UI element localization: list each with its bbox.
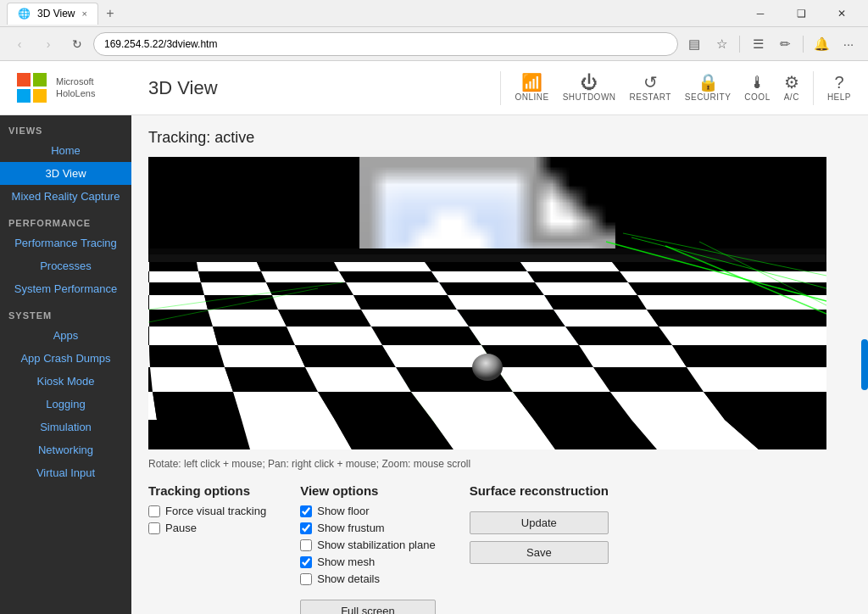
back-btn[interactable]: ‹ (7, 31, 32, 57)
svg-marker-29 (149, 345, 225, 367)
sidebar-item-virtual-input[interactable]: Virtual Input (0, 461, 131, 484)
sidebar-item-home[interactable]: Home (0, 139, 131, 162)
system-section-label: SYSTEM (0, 300, 131, 324)
svg-marker-56 (353, 295, 457, 310)
browser-titlebar: 🌐 3D View × + ─ ❑ ✕ (0, 0, 868, 27)
show-floor-input[interactable] (300, 505, 312, 517)
svg-marker-60 (148, 282, 149, 295)
show-floor-label: Show floor (317, 505, 369, 517)
show-frustum-input[interactable] (300, 522, 312, 534)
svg-marker-71 (261, 271, 346, 282)
pause-input[interactable] (148, 522, 160, 534)
svg-marker-14 (233, 392, 335, 420)
favorites-btn[interactable]: ☆ (709, 31, 734, 57)
svg-marker-44 (148, 310, 149, 327)
show-mesh-input[interactable] (300, 556, 312, 568)
tab-close-btn[interactable]: × (81, 8, 86, 19)
show-stab-plane-checkbox[interactable]: Show stabilization plane (300, 539, 435, 551)
scroll-indicator[interactable] (861, 339, 868, 390)
sidebar-item-kiosk[interactable]: Kiosk Mode (0, 370, 131, 393)
sidebar-item-system-perf[interactable]: System Performance (0, 277, 131, 300)
nav-icon-aic[interactable]: ⚙ A/C (784, 74, 799, 102)
show-details-checkbox[interactable]: Show details (300, 572, 435, 585)
minimize-btn[interactable]: ─ (741, 0, 780, 27)
save-btn[interactable]: Save (470, 541, 609, 564)
shutdown-icon: ⏻ (581, 74, 598, 91)
sphere (472, 354, 503, 381)
more-btn[interactable]: ··· (836, 31, 861, 57)
svg-marker-78 (197, 262, 261, 271)
svg-marker-73 (431, 271, 535, 282)
new-tab-btn[interactable]: + (98, 3, 122, 25)
sidebar-item-apps[interactable]: Apps (0, 324, 131, 347)
nav-icon-restart[interactable]: ↺ RESTART (630, 74, 671, 102)
show-stab-plane-input[interactable] (300, 539, 312, 551)
nav-icon-security[interactable]: 🔒 SECURITY (685, 74, 732, 102)
more-icon: ··· (843, 36, 854, 51)
show-details-input[interactable] (300, 573, 312, 585)
svg-marker-80 (334, 262, 431, 271)
toolbar-sep (739, 36, 740, 53)
views-section-label: VIEWS (0, 115, 131, 139)
svg-marker-42 (565, 327, 672, 345)
force-visual-input[interactable] (148, 505, 160, 517)
svg-marker-55 (272, 295, 361, 310)
show-mesh-checkbox[interactable]: Show mesh (300, 555, 435, 568)
show-floor-checkbox[interactable]: Show floor (300, 505, 435, 517)
svg-marker-76 (148, 262, 149, 271)
force-visual-checkbox[interactable]: Force visual tracking (148, 505, 266, 517)
sidebar-item-logging[interactable]: Logging (0, 393, 131, 416)
sidebar-item-crash-dumps[interactable]: App Crash Dumps (0, 347, 131, 370)
tracking-options-col: Tracking options Force visual tracking P… (148, 483, 266, 539)
3d-scene (148, 157, 826, 449)
svg-marker-66 (535, 282, 637, 295)
refresh-btn[interactable]: ↻ (64, 31, 90, 57)
svg-marker-40 (371, 327, 481, 345)
hub-btn[interactable]: ☰ (745, 31, 771, 57)
svg-marker-69 (149, 271, 201, 282)
notifications-btn[interactable]: 🔔 (809, 31, 834, 57)
restart-icon: ↺ (643, 74, 658, 91)
tab-title: 3D View (37, 8, 75, 20)
logo-red (17, 73, 31, 87)
svg-marker-23 (305, 367, 411, 392)
browser-toolbar: ‹ › ↻ ▤ ☆ ☰ ✏ 🔔 ··· (0, 27, 868, 61)
reading-view-btn[interactable]: ▤ (682, 31, 707, 57)
sidebar-item-perf-tracing[interactable]: Performance Tracing (0, 232, 131, 254)
pause-checkbox[interactable]: Pause (148, 522, 266, 534)
restore-btn[interactable]: ❑ (782, 0, 821, 27)
show-frustum-checkbox[interactable]: Show frustum (300, 522, 435, 534)
3d-viewport[interactable] (148, 157, 826, 449)
forward-btn[interactable]: › (36, 31, 61, 57)
svg-marker-26 (593, 367, 704, 392)
sidebar-item-simulation[interactable]: Simulation (0, 416, 131, 438)
nav-icon-cool[interactable]: 🌡 COOL (744, 74, 770, 102)
update-btn[interactable]: Update (470, 511, 609, 534)
fullscreen-btn[interactable]: Full screen (300, 600, 435, 614)
sidebar-item-networking[interactable]: Networking (0, 438, 131, 461)
sidebar-item-processes[interactable]: Processes (0, 254, 131, 277)
sidebar-item-mixed-reality[interactable]: Mixed Reality Capture (0, 185, 131, 208)
svg-marker-6 (242, 420, 352, 449)
browser-tab[interactable]: 🌐 3D View × (7, 3, 98, 25)
window-controls: ─ ❑ ✕ (741, 0, 861, 27)
tracking-options-title: Tracking options (148, 483, 266, 498)
pause-label: Pause (165, 522, 197, 534)
svg-marker-68 (148, 271, 149, 282)
logo-green (33, 73, 47, 87)
svg-marker-36 (148, 327, 149, 345)
performance-section-label: PERFORMANCE (0, 208, 131, 232)
nav-divider2 (813, 71, 814, 105)
main-area: VIEWS Home 3D View Mixed Reality Capture… (0, 115, 868, 614)
svg-marker-41 (469, 327, 579, 345)
address-bar[interactable] (93, 32, 678, 56)
nav-icon-shutdown[interactable]: ⏻ SHUTDOWN (563, 74, 616, 102)
pen-btn[interactable]: ✏ (772, 31, 798, 57)
sidebar-item-3dview[interactable]: 3D View (0, 162, 131, 185)
top-nav: Microsoft HoloLens 3D View 📶 ONLINE ⏻ SH… (0, 61, 868, 115)
svg-marker-77 (149, 262, 198, 271)
nav-icon-help[interactable]: ? HELP (827, 74, 851, 102)
nav-divider (500, 71, 501, 105)
close-btn[interactable]: ✕ (822, 0, 861, 27)
nav-icon-online[interactable]: 📶 ONLINE (515, 74, 548, 102)
